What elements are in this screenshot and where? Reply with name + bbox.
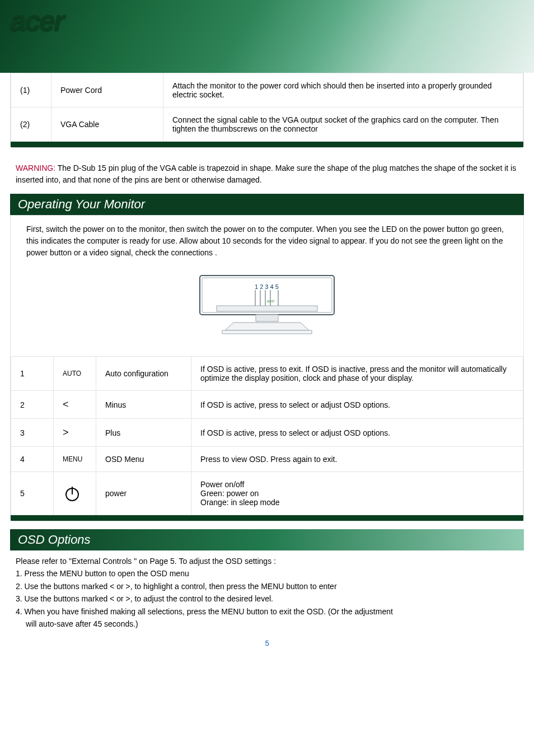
page-number: 5 [0, 639, 534, 647]
section-operating: Operating Your Monitor [10, 194, 524, 215]
connections-table: (1) Power Cord Attach the monitor to the… [11, 73, 523, 147]
warning-label: WARNING: [16, 164, 55, 172]
btn-num: 5 [11, 472, 54, 515]
btn-sym: MENU [54, 447, 96, 472]
warning-text: The D-Sub 15 pin plug of the VGA cable i… [16, 164, 516, 184]
conn-item: VGA Cable [51, 108, 163, 142]
operating-frame: First, switch the power on to the monito… [10, 215, 524, 521]
osd-step: 1. Press the MENU button to open the OSD… [16, 567, 518, 580]
conn-desc: Attach the monitor to the power cord whi… [163, 73, 523, 108]
header-banner: acer [0, 0, 534, 73]
svg-rect-8 [256, 315, 278, 321]
table-row: (1) Power Cord Attach the monitor to the… [11, 73, 523, 108]
osd-step: 2. Use the buttons marked < or >, to hig… [16, 580, 518, 592]
table-footer-bar [11, 142, 523, 147]
svg-rect-2 [217, 306, 317, 311]
osd-step: 4. When you have finished making all sel… [16, 605, 518, 618]
brand-logo: acer [10, 3, 63, 37]
operating-intro: First, switch the power on to the monito… [26, 223, 508, 259]
conn-item: Power Cord [51, 73, 163, 108]
btn-desc: If OSD is active, press to exit. If OSD … [191, 357, 523, 391]
btn-num: 3 [11, 419, 54, 447]
btn-desc: Power on/off Green: power on Orange: in … [191, 472, 523, 515]
btn-desc: If OSD is active, press to select or adj… [191, 419, 523, 447]
btn-fn: Auto configuration [96, 357, 191, 391]
conn-desc: Connect the signal cable to the VGA outp… [163, 108, 523, 142]
table-row: 5 power Power on/off Green: power on Ora… [11, 472, 523, 515]
btn-sym: < [54, 391, 96, 419]
warning-paragraph: WARNING: The D-Sub 15 pin plug of the VG… [16, 162, 518, 186]
btn-fn: OSD Menu [96, 447, 191, 472]
table-row: 4 MENU OSD Menu Press to view OSD. Press… [11, 447, 523, 472]
table-row: (2) VGA Cable Connect the signal cable t… [11, 108, 523, 142]
osd-intro: Please refer to "External Controls " on … [16, 555, 518, 567]
btn-desc: If OSD is active, press to select or adj… [191, 391, 523, 419]
btn-fn: power [96, 472, 191, 515]
monitor-button-labels: 1 2 3 4 5 [255, 283, 279, 290]
connections-frame: (1) Power Cord Attach the monitor to the… [10, 73, 524, 148]
btn-num: 2 [11, 391, 54, 419]
btn-num: 1 [11, 357, 54, 391]
btn-fn: Plus [96, 419, 191, 447]
btn-sym: > [54, 419, 96, 447]
conn-num: (1) [11, 73, 51, 108]
table-footer-bar [11, 515, 523, 521]
power-icon-cell [54, 472, 96, 515]
table-row: 3 > Plus If OSD is active, press to sele… [11, 419, 523, 447]
monitor-diagram: 1 2 3 4 5 acer [11, 268, 523, 356]
table-row: 1 AUTO Auto configuration If OSD is acti… [11, 357, 523, 391]
power-icon [63, 484, 82, 503]
osd-block: Please refer to "External Controls " on … [16, 555, 518, 630]
conn-num: (2) [11, 108, 51, 142]
monitor-icon: 1 2 3 4 5 acer [194, 274, 340, 342]
buttons-table: 1 AUTO Auto configuration If OSD is acti… [11, 356, 523, 521]
osd-step-cont: will auto-save after 45 seconds.) [16, 618, 518, 630]
monitor-brand-small: acer [267, 299, 275, 303]
btn-desc: Press to view OSD. Press again to exit. [191, 447, 523, 472]
btn-num: 4 [11, 447, 54, 472]
osd-step: 3. Use the buttons marked < or >, to adj… [16, 592, 518, 605]
btn-fn: Minus [96, 391, 191, 419]
table-row: 2 < Minus If OSD is active, press to sel… [11, 391, 523, 419]
svg-rect-9 [222, 330, 312, 334]
btn-sym: AUTO [54, 357, 96, 391]
section-osd: OSD Options [10, 529, 524, 550]
